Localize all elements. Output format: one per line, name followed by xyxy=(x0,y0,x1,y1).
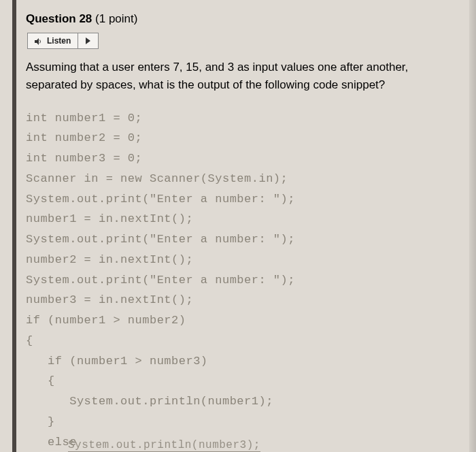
listen-label: Listen xyxy=(47,36,71,46)
question-points: (1 point) xyxy=(95,12,137,25)
question-page: Question 28 (1 point) Listen Assuming th… xyxy=(0,0,476,452)
listen-controls: Listen xyxy=(27,33,452,49)
code-block: int number1 = 0; int number2 = 0; int nu… xyxy=(26,108,452,452)
question-header: Question 28 (1 point) xyxy=(26,12,452,26)
content-area: Question 28 (1 point) Listen Assuming th… xyxy=(0,0,476,452)
question-number: Question 28 xyxy=(26,12,92,25)
code-last-partial: System.out.println(number3); xyxy=(68,439,260,452)
play-icon xyxy=(86,37,90,44)
listen-button[interactable]: Listen xyxy=(27,33,78,49)
shadow-right xyxy=(469,0,476,452)
speaker-icon xyxy=(35,37,43,44)
left-border xyxy=(12,0,16,452)
question-prompt: Assuming that a user enters 7, 15, and 3… xyxy=(26,59,452,95)
svg-marker-0 xyxy=(35,38,39,45)
play-button[interactable] xyxy=(78,33,99,49)
